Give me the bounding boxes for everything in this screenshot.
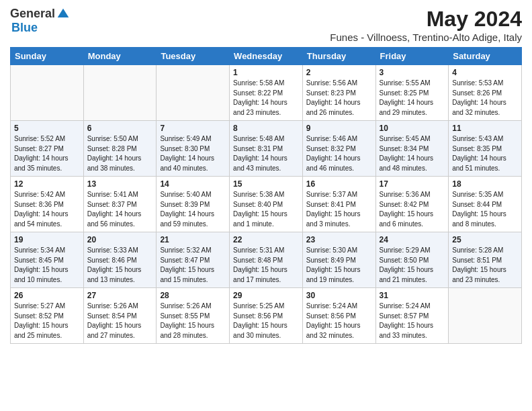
logo-text: General <box>10 7 70 21</box>
table-row: 26Sunrise: 5:27 AM Sunset: 8:52 PM Dayli… <box>11 288 84 344</box>
day-number: 1 <box>233 68 299 77</box>
header: General Blue May 2024 Funes - Villnoess,… <box>10 7 522 43</box>
table-row: 15Sunrise: 5:38 AM Sunset: 8:40 PM Dayli… <box>230 177 303 232</box>
table-row: 24Sunrise: 5:29 AM Sunset: 8:50 PM Dayli… <box>375 232 449 288</box>
table-row: 17Sunrise: 5:36 AM Sunset: 8:42 PM Dayli… <box>375 177 449 232</box>
header-tuesday: Tuesday <box>157 48 230 65</box>
header-monday: Monday <box>83 48 157 65</box>
calendar-week-row: 5Sunrise: 5:52 AM Sunset: 8:27 PM Daylig… <box>11 121 522 177</box>
day-info: Sunrise: 5:33 AM Sunset: 8:46 PM Dayligh… <box>87 246 153 285</box>
table-row: 2Sunrise: 5:56 AM Sunset: 8:23 PM Daylig… <box>302 65 375 121</box>
day-info: Sunrise: 5:46 AM Sunset: 8:32 PM Dayligh… <box>306 134 372 173</box>
day-number: 5 <box>14 124 80 133</box>
table-row: 6Sunrise: 5:50 AM Sunset: 8:28 PM Daylig… <box>83 121 157 177</box>
day-number: 3 <box>380 68 445 77</box>
table-row: 25Sunrise: 5:28 AM Sunset: 8:51 PM Dayli… <box>449 232 522 288</box>
day-number: 14 <box>160 179 226 189</box>
day-number: 20 <box>87 235 153 244</box>
day-info: Sunrise: 5:40 AM Sunset: 8:39 PM Dayligh… <box>160 190 226 229</box>
table-row: 12Sunrise: 5:42 AM Sunset: 8:36 PM Dayli… <box>11 177 84 232</box>
calendar-week-row: 19Sunrise: 5:34 AM Sunset: 8:45 PM Dayli… <box>11 232 522 288</box>
calendar-header-row: Sunday Monday Tuesday Wednesday Thursday… <box>11 48 522 65</box>
table-row: 27Sunrise: 5:26 AM Sunset: 8:54 PM Dayli… <box>83 288 157 344</box>
table-row: 28Sunrise: 5:26 AM Sunset: 8:55 PM Dayli… <box>157 288 230 344</box>
calendar-week-row: 26Sunrise: 5:27 AM Sunset: 8:52 PM Dayli… <box>11 288 522 344</box>
logo: General Blue <box>10 7 70 35</box>
table-row: 19Sunrise: 5:34 AM Sunset: 8:45 PM Dayli… <box>11 232 84 288</box>
table-row: 22Sunrise: 5:31 AM Sunset: 8:48 PM Dayli… <box>230 232 303 288</box>
table-row: 29Sunrise: 5:25 AM Sunset: 8:56 PM Dayli… <box>230 288 303 344</box>
table-row: 1Sunrise: 5:58 AM Sunset: 8:22 PM Daylig… <box>230 65 303 121</box>
day-info: Sunrise: 5:28 AM Sunset: 8:51 PM Dayligh… <box>452 246 518 285</box>
day-number: 25 <box>452 235 518 244</box>
logo-blue: Blue <box>11 21 38 34</box>
day-info: Sunrise: 5:49 AM Sunset: 8:30 PM Dayligh… <box>160 134 226 173</box>
day-info: Sunrise: 5:42 AM Sunset: 8:36 PM Dayligh… <box>14 190 80 229</box>
day-number: 26 <box>14 291 80 300</box>
page: General Blue May 2024 Funes - Villnoess,… <box>0 0 532 411</box>
table-row: 20Sunrise: 5:33 AM Sunset: 8:46 PM Dayli… <box>83 232 157 288</box>
day-number: 21 <box>160 235 226 244</box>
table-row <box>11 65 84 121</box>
table-row: 18Sunrise: 5:35 AM Sunset: 8:44 PM Dayli… <box>449 177 522 232</box>
day-info: Sunrise: 5:56 AM Sunset: 8:23 PM Dayligh… <box>306 79 372 118</box>
day-info: Sunrise: 5:58 AM Sunset: 8:22 PM Dayligh… <box>233 79 299 118</box>
table-row: 23Sunrise: 5:30 AM Sunset: 8:49 PM Dayli… <box>302 232 375 288</box>
table-row: 13Sunrise: 5:41 AM Sunset: 8:37 PM Dayli… <box>83 177 157 232</box>
header-thursday: Thursday <box>302 48 375 65</box>
day-info: Sunrise: 5:26 AM Sunset: 8:55 PM Dayligh… <box>160 302 226 340</box>
day-number: 4 <box>452 68 518 77</box>
table-row: 16Sunrise: 5:37 AM Sunset: 8:41 PM Dayli… <box>302 177 375 232</box>
day-number: 31 <box>380 291 445 300</box>
day-info: Sunrise: 5:38 AM Sunset: 8:40 PM Dayligh… <box>233 190 299 229</box>
title-block: May 2024 Funes - Villnoess, Trentino-Alt… <box>330 7 522 43</box>
day-number: 12 <box>14 179 80 189</box>
day-number: 19 <box>14 235 80 244</box>
table-row: 5Sunrise: 5:52 AM Sunset: 8:27 PM Daylig… <box>11 121 84 177</box>
table-row <box>449 288 522 344</box>
table-row: 14Sunrise: 5:40 AM Sunset: 8:39 PM Dayli… <box>157 177 230 232</box>
main-title: May 2024 <box>330 7 522 32</box>
table-row: 7Sunrise: 5:49 AM Sunset: 8:30 PM Daylig… <box>157 121 230 177</box>
day-number: 27 <box>87 291 153 300</box>
day-number: 9 <box>306 124 372 133</box>
table-row: 9Sunrise: 5:46 AM Sunset: 8:32 PM Daylig… <box>302 121 375 177</box>
day-info: Sunrise: 5:36 AM Sunset: 8:42 PM Dayligh… <box>380 190 445 229</box>
day-number: 23 <box>306 235 372 244</box>
day-number: 2 <box>306 68 372 77</box>
header-sunday: Sunday <box>11 48 84 65</box>
table-row: 8Sunrise: 5:48 AM Sunset: 8:31 PM Daylig… <box>230 121 303 177</box>
table-row <box>83 65 157 121</box>
table-row: 30Sunrise: 5:24 AM Sunset: 8:56 PM Dayli… <box>302 288 375 344</box>
day-number: 28 <box>160 291 226 300</box>
day-info: Sunrise: 5:30 AM Sunset: 8:49 PM Dayligh… <box>306 246 372 285</box>
svg-marker-0 <box>58 8 69 17</box>
calendar-table: Sunday Monday Tuesday Wednesday Thursday… <box>10 47 522 344</box>
day-info: Sunrise: 5:31 AM Sunset: 8:48 PM Dayligh… <box>233 246 299 285</box>
day-number: 7 <box>160 124 226 133</box>
day-number: 13 <box>87 179 153 189</box>
logo-icon <box>56 7 70 21</box>
day-info: Sunrise: 5:50 AM Sunset: 8:28 PM Dayligh… <box>87 134 153 173</box>
day-number: 30 <box>306 291 372 300</box>
day-number: 16 <box>306 179 372 189</box>
day-number: 29 <box>233 291 299 300</box>
day-info: Sunrise: 5:37 AM Sunset: 8:41 PM Dayligh… <box>306 190 372 229</box>
table-row: 21Sunrise: 5:32 AM Sunset: 8:47 PM Dayli… <box>157 232 230 288</box>
day-info: Sunrise: 5:32 AM Sunset: 8:47 PM Dayligh… <box>160 246 226 285</box>
day-number: 6 <box>87 124 153 133</box>
day-info: Sunrise: 5:24 AM Sunset: 8:57 PM Dayligh… <box>380 302 445 340</box>
day-number: 15 <box>233 179 299 189</box>
day-info: Sunrise: 5:27 AM Sunset: 8:52 PM Dayligh… <box>14 302 80 340</box>
header-friday: Friday <box>375 48 449 65</box>
day-number: 24 <box>380 235 445 244</box>
calendar-week-row: 1Sunrise: 5:58 AM Sunset: 8:22 PM Daylig… <box>11 65 522 121</box>
subtitle: Funes - Villnoess, Trentino-Alto Adige, … <box>330 32 522 43</box>
header-saturday: Saturday <box>449 48 522 65</box>
day-info: Sunrise: 5:45 AM Sunset: 8:34 PM Dayligh… <box>380 134 445 173</box>
day-info: Sunrise: 5:41 AM Sunset: 8:37 PM Dayligh… <box>87 190 153 229</box>
day-info: Sunrise: 5:48 AM Sunset: 8:31 PM Dayligh… <box>233 134 299 173</box>
day-info: Sunrise: 5:53 AM Sunset: 8:26 PM Dayligh… <box>452 79 518 118</box>
table-row: 11Sunrise: 5:43 AM Sunset: 8:35 PM Dayli… <box>449 121 522 177</box>
table-row: 10Sunrise: 5:45 AM Sunset: 8:34 PM Dayli… <box>375 121 449 177</box>
